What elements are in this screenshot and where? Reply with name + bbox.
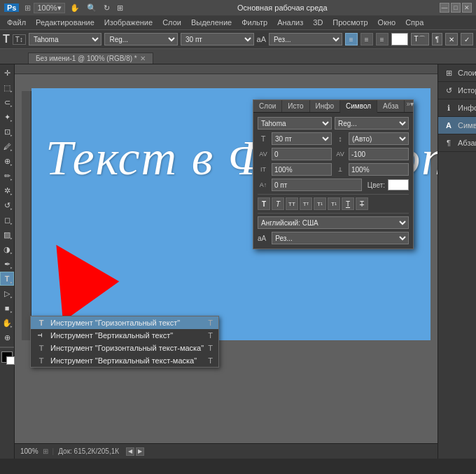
char-divider-2 [258, 213, 409, 214]
char-panel-btn[interactable]: ¶ [432, 33, 442, 46]
magic-wand-btn[interactable]: ✦ ▸ [0, 110, 14, 124]
align-left-btn[interactable]: ≡ [345, 33, 358, 46]
panel-aa-mode[interactable]: Рез... [272, 232, 409, 244]
zoom-display[interactable]: 100%▾ [34, 3, 64, 13]
doc-tab-close[interactable]: ✕ [140, 55, 146, 62]
panel-tab-info[interactable]: ℹ Инфо [438, 99, 476, 117]
rect-select-btn[interactable]: ⬚ ▸ [0, 81, 14, 95]
menu-image[interactable]: Изображение [100, 18, 157, 27]
align-center-btn[interactable]: ≡ [360, 33, 373, 46]
clone-stamp-btn[interactable]: ✲ ▸ [0, 183, 14, 197]
font-family-select[interactable]: Tahoma [29, 33, 102, 46]
arrange-btn[interactable]: ⊞ [115, 4, 125, 13]
aa-mode-select[interactable]: Рез... [269, 33, 342, 46]
text-color-swatch[interactable] [391, 33, 408, 46]
panel-color-swatch[interactable] [388, 179, 409, 190]
char-tab-info[interactable]: Инфо [310, 100, 341, 112]
type-tool-btn[interactable]: T ▸ [0, 272, 14, 286]
color-swatch-fg[interactable] [1, 351, 13, 363]
nav-prev-btn[interactable]: ◀ [126, 447, 134, 456]
panel-leading[interactable]: (Авто) [349, 132, 409, 145]
menu-window[interactable]: Окно [374, 18, 400, 27]
gradient-btn[interactable]: ▨ ▸ [0, 228, 14, 242]
panel-font-style[interactable]: Reg... [335, 117, 409, 130]
strikethrough-style-btn[interactable]: T [356, 197, 368, 210]
crop-btn[interactable]: ⊡ ▸ [0, 125, 14, 139]
menu-file[interactable]: Файл [3, 18, 30, 27]
popup-horiz-mask[interactable]: T Инструмент "Горизонтальный текст-маска… [31, 342, 218, 354]
brush-btn[interactable]: ✏ ▸ [0, 169, 14, 183]
panel-vert-scale[interactable] [272, 163, 332, 176]
menu-filter[interactable]: Фильтр [237, 18, 272, 27]
bold-style-btn[interactable]: T [258, 197, 270, 210]
canvas-area[interactable]: Текст в Фотошоп T Инструмен [15, 64, 438, 459]
zoom-tool-btn[interactable]: 🔍 [85, 4, 99, 13]
panel-baseline[interactable] [272, 179, 362, 191]
char-tab-para[interactable]: Абза [377, 100, 405, 112]
menu-view[interactable]: Просмотр [328, 18, 372, 27]
window-controls[interactable]: — □ ✕ [440, 3, 472, 13]
menu-3d[interactable]: 3D [309, 18, 327, 27]
char-panel-collapse[interactable]: ▾ [410, 100, 414, 112]
panel-tab-para[interactable]: ¶ Абзац [438, 134, 476, 152]
italic-style-btn[interactable]: T [272, 197, 284, 210]
confirm-btn[interactable]: ✓ [461, 33, 473, 46]
allcaps-style-btn[interactable]: TT [286, 197, 298, 210]
lasso-btn[interactable]: ⊂ ▸ [0, 95, 14, 109]
nav-next-btn[interactable]: ▶ [136, 447, 144, 456]
warp-text-btn[interactable]: T⌒ [411, 33, 429, 46]
panel-language[interactable]: Английский: США [258, 216, 409, 229]
minimize-btn[interactable]: — [440, 3, 449, 13]
shape-btn[interactable]: ■ ▸ [0, 301, 14, 315]
close-btn[interactable]: ✕ [462, 3, 472, 13]
char-tab-symbol[interactable]: Символ [340, 100, 377, 113]
eraser-btn[interactable]: ◻ ▸ [0, 213, 14, 227]
align-right-btn[interactable]: ≡ [376, 33, 388, 46]
char-tab-layers[interactable]: Слои [253, 100, 282, 112]
ruler-left [22, 91, 31, 340]
font-style-select[interactable]: Reg... [104, 33, 178, 46]
hand-btn[interactable]: ✋ ▸ [0, 316, 14, 330]
dodge-btn[interactable]: ◑ ▸ [0, 242, 14, 256]
path-select-btn[interactable]: ▷ ▸ [0, 286, 14, 300]
panel-tab-layers[interactable]: ⊞ Слои [438, 64, 476, 82]
doc-tab[interactable]: Без имени-1 @ 100% (RGB/8) * ✕ [28, 53, 153, 64]
super-style-btn[interactable]: T1 [314, 197, 326, 210]
pen-btn[interactable]: ✒ ▸ [0, 257, 14, 271]
kerning-tracking-row: AV AV [258, 148, 409, 160]
maximize-btn[interactable]: □ [451, 3, 461, 13]
menu-analysis[interactable]: Анализ [273, 18, 307, 27]
panel-font-size[interactable]: 30 пт [272, 132, 332, 145]
status-zoom-btn[interactable]: ⊞ [43, 447, 48, 455]
menu-help[interactable]: Спра [401, 18, 428, 27]
cancel-btn[interactable]: ✕ [445, 33, 458, 46]
zoom-btn[interactable]: ⊕ [0, 330, 14, 344]
color-swatch-bg[interactable] [6, 356, 15, 365]
eyedropper-btn[interactable]: 🖉 ▸ [0, 139, 14, 153]
rotate-btn[interactable]: ↻ [102, 4, 112, 13]
menu-layers[interactable]: Слои [158, 18, 186, 27]
title-bar: Ps ⊞ 100%▾ ✋ 🔍 ↻ ⊞ Основная рабочая сред… [0, 0, 476, 15]
move-tool-btn[interactable]: ✛ [0, 66, 14, 80]
underline-style-btn[interactable]: T [342, 197, 354, 210]
popup-horiz-text[interactable]: T Инструмент "Горизонтальный текст" T [31, 316, 218, 329]
sub-style-btn[interactable]: T1 [328, 197, 340, 210]
text-orient-icon[interactable]: T↕ [13, 34, 26, 45]
menu-edit[interactable]: Редактирование [31, 18, 99, 27]
panel-tab-history[interactable]: ↺ История [438, 82, 476, 99]
info-icon: ℹ [444, 103, 454, 113]
panel-horiz-scale[interactable] [349, 163, 409, 176]
heal-brush-btn[interactable]: ⊕ ▸ [0, 154, 14, 168]
char-tab-history[interactable]: Исто [282, 100, 309, 112]
popup-vert-text[interactable]: T Инструмент "Вертикальный текст" T [31, 329, 218, 342]
menu-select[interactable]: Выделение [187, 18, 236, 27]
panel-kerning[interactable] [272, 148, 332, 160]
popup-vert-mask[interactable]: T Инструмент "Вертикальный текст-маска" … [31, 354, 218, 367]
history-brush-btn[interactable]: ↺ ▸ [0, 198, 14, 212]
panel-tracking[interactable] [349, 148, 409, 160]
font-size-select[interactable]: 30 пт [181, 33, 254, 46]
panel-tab-symbol[interactable]: A Символ [438, 117, 476, 134]
hand-tool-btn[interactable]: ✋ [68, 4, 82, 13]
smallcaps-style-btn[interactable]: TT [300, 197, 312, 210]
panel-font-family[interactable]: Tahoma [258, 117, 332, 130]
